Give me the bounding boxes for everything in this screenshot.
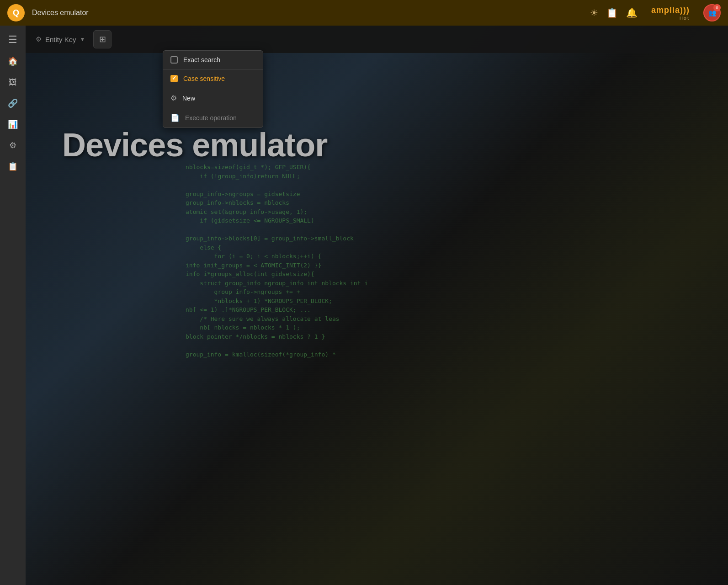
exact-search-label: Exact search <box>183 56 220 64</box>
page-header-title: Devices emulator <box>32 9 590 17</box>
menu-overlay[interactable] <box>26 26 728 585</box>
main-content: nblocks=sizeof(gid_t *); GFP_USER){ if (… <box>26 26 728 585</box>
data-icon: 📊 <box>8 119 18 129</box>
sidebar-toggle[interactable]: ☰ <box>0 30 26 49</box>
dropdown-item-new[interactable]: ⚙ New <box>163 88 263 108</box>
home-icon: 🏠 <box>8 56 18 66</box>
new-label: New <box>182 95 195 102</box>
app-logo[interactable]: Q <box>7 4 25 21</box>
sidebar-item-settings[interactable]: ⚙ <box>4 136 22 154</box>
navbar-icons: ☀ 📋 🔔 amplia))) iiot 👥 0 <box>590 4 721 21</box>
execute-operation-label: Execute operation <box>185 114 237 122</box>
case-sensitive-checkbox[interactable] <box>170 75 178 82</box>
exact-search-checkbox[interactable] <box>170 56 178 64</box>
sidebar-item-home[interactable]: 🏠 <box>4 52 22 70</box>
reports-icon: 📋 <box>8 161 18 171</box>
settings-icon: ⚙ <box>9 140 16 150</box>
navbar: Q Devices emulator ☀ 📋 🔔 amplia))) iiot … <box>0 0 728 26</box>
new-icon: ⚙ <box>170 94 177 102</box>
execute-icon: 📄 <box>170 113 180 122</box>
notification-badge: 0 <box>713 4 721 11</box>
brand-sub: iiot <box>680 15 690 21</box>
camera-icon: 🖼 <box>9 78 17 87</box>
sidebar-item-reports[interactable]: 📋 <box>4 157 22 176</box>
dropdown-menu: Exact search Case sensitive ⚙ New 📄 Exec… <box>163 50 263 128</box>
navbar-brand: amplia))) iiot <box>651 5 690 21</box>
connections-icon: 🔗 <box>8 98 18 108</box>
sidebar-item-connections[interactable]: 🔗 <box>4 94 22 112</box>
dropdown-item-exact-search[interactable]: Exact search <box>163 51 263 69</box>
brand-text: amplia))) <box>651 5 690 15</box>
brightness-icon[interactable]: ☀ <box>590 7 598 18</box>
bell-icon[interactable]: 🔔 <box>626 7 638 18</box>
case-sensitive-label: Case sensitive <box>183 75 225 82</box>
clipboard-icon[interactable]: 📋 <box>606 7 618 18</box>
sidebar-item-data[interactable]: 📊 <box>4 115 22 133</box>
dropdown-item-case-sensitive[interactable]: Case sensitive <box>163 69 263 88</box>
sidebar-item-camera[interactable]: 🖼 <box>4 73 22 91</box>
dropdown-item-execute-operation[interactable]: 📄 Execute operation <box>163 108 263 128</box>
notification-button[interactable]: 👥 0 <box>703 4 721 21</box>
sidebar: ☰ 🏠 🖼 🔗 📊 ⚙ 📋 <box>0 26 26 585</box>
